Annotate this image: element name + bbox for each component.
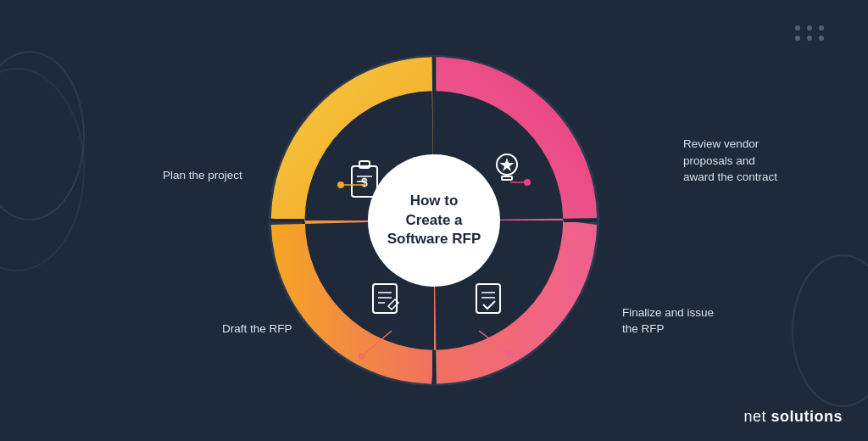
label-review: Review vendor proposals and award the co…: [683, 136, 777, 186]
label-plan: Plan the project: [163, 168, 242, 184]
brand-text-light: net: [743, 408, 771, 425]
center-title: How to Create a Software RFP: [387, 192, 481, 250]
svg-text:$: $: [361, 176, 368, 189]
main-content: $: [53, 17, 815, 424]
brand-text-bold: solutions: [771, 408, 843, 425]
label-finalize: Finalize and issue the RFP: [622, 305, 714, 338]
label-draft: Draft the RFP: [222, 321, 292, 338]
center-circle: How to Create a Software RFP: [371, 158, 497, 283]
donut-chart: $: [256, 42, 612, 399]
brand-logo: net solutions: [743, 408, 843, 426]
